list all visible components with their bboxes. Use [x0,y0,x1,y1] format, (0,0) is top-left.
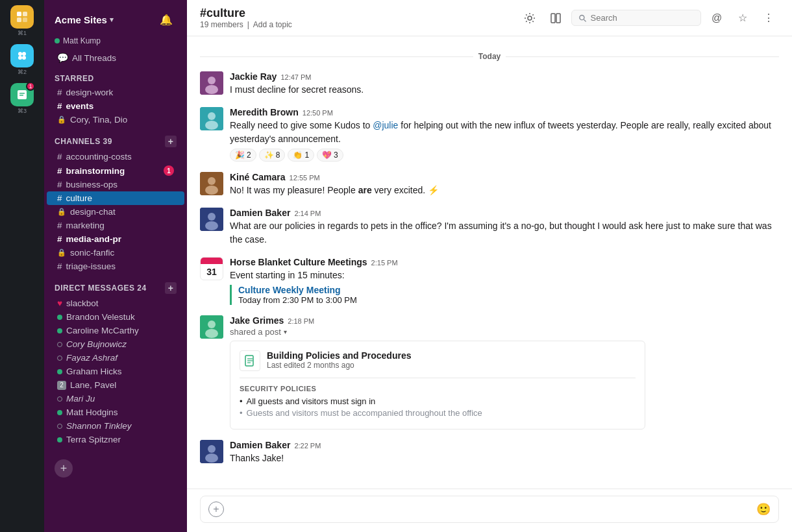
svg-rect-2 [17,18,21,22]
dm-name: Fayaz Ashraf [66,353,118,363]
hash-icon: # [57,261,62,271]
svg-point-23 [208,177,216,185]
star-icon[interactable]: ☆ [732,8,753,29]
hash-icon: # [57,101,62,111]
add-attachment-button[interactable]: + [208,502,224,517]
svg-point-5 [22,52,26,56]
post-header: Building Policies and Procedures Last ed… [240,350,636,371]
app-icon-3[interactable]: 1 [10,83,34,106]
svg-point-29 [208,320,216,328]
sidebar-item-culture[interactable]: # culture [47,191,184,205]
at-icon[interactable]: @ [706,8,727,29]
members-count: 19 members [200,20,243,29]
msg-header: Damien Baker 2:14 PM [230,208,779,218]
add-dm-button[interactable]: + [165,282,177,294]
sidebar-item-shannon[interactable]: Shannon Tinkley [47,419,184,433]
sidebar-item-mari[interactable]: Mari Ju [47,392,184,405]
sidebar-item-matt-hodgins[interactable]: Matt Hodgins [47,405,184,419]
workspace-chevron-icon: ▾ [110,16,114,24]
sidebar-item-business-ops[interactable]: # business-ops [47,178,184,191]
starred-label: STARRED [55,74,94,83]
sidebar-item-caroline[interactable]: Caroline McCarthy [47,324,184,337]
add-workspace-button[interactable]: + [55,459,73,478]
notifications-bell-icon[interactable]: 🔔 [156,9,177,30]
sidebar-item-cory-tina-dio[interactable]: 🔒 Cory, Tina, Dio [47,113,184,127]
sidebar-item-graham[interactable]: Graham Hicks [47,365,184,378]
avatar-damien-baker-2 [200,440,223,463]
sidebar-item-accounting-costs[interactable]: # accounting-costs [47,150,184,163]
channel-label: sonic-fanfic [70,248,114,258]
dm-name: Mari Ju [66,394,95,404]
bold-text: are [358,185,372,195]
reaction-clap[interactable]: 👏 1 [288,149,314,162]
search-box[interactable] [571,10,701,26]
emoji-picker-icon[interactable]: 🙂 [756,502,771,516]
sidebar-item-media-and-pr[interactable]: # media-and-pr [47,232,184,246]
app-bar: ⌘1 ⌘2 1 ⌘3 [0,0,44,532]
offline-status-dot [57,424,62,429]
reaction-confetti[interactable]: 🎉 2 [230,149,256,162]
more-icon[interactable]: ⋮ [758,8,779,29]
avatar-damien-baker [200,208,223,231]
msg-time: 12:50 PM [303,109,333,117]
app-icon-2[interactable] [10,44,34,67]
message-content: Jackie Ray 12:47 PM I must decline for s… [230,71,779,97]
layout-icon[interactable] [545,8,566,29]
msg-header: Kiné Camara 12:55 PM [230,172,779,182]
msg-author: Jake Grimes [230,315,284,326]
svg-line-15 [584,19,586,21]
calendar-event-card: Culture Weekly Meeting Today from 2:30 P… [230,285,779,305]
add-channel-button[interactable]: + [165,136,177,147]
svg-rect-9 [19,93,25,94]
msg-time: 12:47 PM [280,73,311,81]
channel-meta-row: 19 members | Add a topic [200,20,292,29]
svg-point-36 [208,445,216,453]
sidebar-item-marketing[interactable]: # marketing [47,219,184,232]
dm-name: Shannon Tinkley [66,421,131,431]
add-topic[interactable]: Add a topic [253,20,292,29]
workspace-name[interactable]: Acme Sites ▾ [55,14,114,25]
message-input[interactable] [229,504,751,514]
message-jake-grimes: Jake Grimes 2:18 PM shared a post ▾ [200,315,779,429]
channel-label: design-chat [70,207,116,217]
sidebar-item-cory[interactable]: Cory Bujnowicz [47,337,184,351]
workspace-header: Acme Sites ▾ 🔔 [44,0,187,36]
sidebar-item-sonic-fanfic[interactable]: 🔒 sonic-fanfic [47,246,184,260]
avatar-meredith-brown [200,107,223,130]
avatar-jackie-ray [200,71,223,95]
workspace-icon[interactable] [10,5,34,29]
message-content: Meredith Brown 12:50 PM Really need to g… [230,107,779,162]
channel-label: accounting-costs [66,152,132,162]
shared-post-card: Building Policies and Procedures Last ed… [230,341,645,429]
sidebar-item-brandon[interactable]: Brandon Velestuk [47,310,184,324]
policy-item-1: •All guests and visitors must sign in [240,396,636,406]
sidebar-item-terra[interactable]: Terra Spitzner [47,433,184,446]
search-input[interactable] [591,13,694,23]
sidebar-item-all-threads[interactable]: 💬 All Threads [47,51,184,65]
sidebar-item-events[interactable]: # events [47,99,184,113]
sidebar-item-design-chat[interactable]: 🔒 design-chat [47,205,184,219]
svg-point-7 [22,56,26,60]
svg-rect-1 [23,12,27,16]
msg-time: 2:14 PM [294,210,321,217]
settings-icon[interactable] [519,8,540,29]
channel-label: marketing [66,221,105,230]
msg-text: Event starting in 15 minutes: [230,269,779,282]
online-status-dot [57,410,62,415]
hash-icon: # [57,152,62,162]
sidebar-item-design-work[interactable]: # design-work [47,86,184,99]
reaction-heart[interactable]: 💖 3 [317,149,343,162]
event-title[interactable]: Culture Weekly Meeting [238,285,779,295]
sidebar-item-lane-pavel[interactable]: 2 Lane, Pavel [47,378,184,392]
message-kine-camara: Kiné Camara 12:55 PM No! It was my pleas… [200,172,779,197]
sidebar-item-brainstorming[interactable]: # brainstorming 1 [47,163,184,178]
msg-text: Really need to give some Kudos to @julie… [230,119,779,146]
reaction-sparkles[interactable]: ✨ 8 [259,149,286,162]
message-content: Horse Blanket Culture Meetings 2:15 PM E… [230,257,779,305]
shared-post-text: shared a post [230,327,281,337]
sidebar-item-fayaz[interactable]: Fayaz Ashraf [47,351,184,365]
sidebar-item-triage-issues[interactable]: # triage-issues [47,260,184,273]
sidebar-item-slackbot[interactable]: ♥ slackbot [47,296,184,310]
post-title[interactable]: Building Policies and Procedures [267,350,412,361]
msg-author: Kiné Camara [230,172,286,182]
